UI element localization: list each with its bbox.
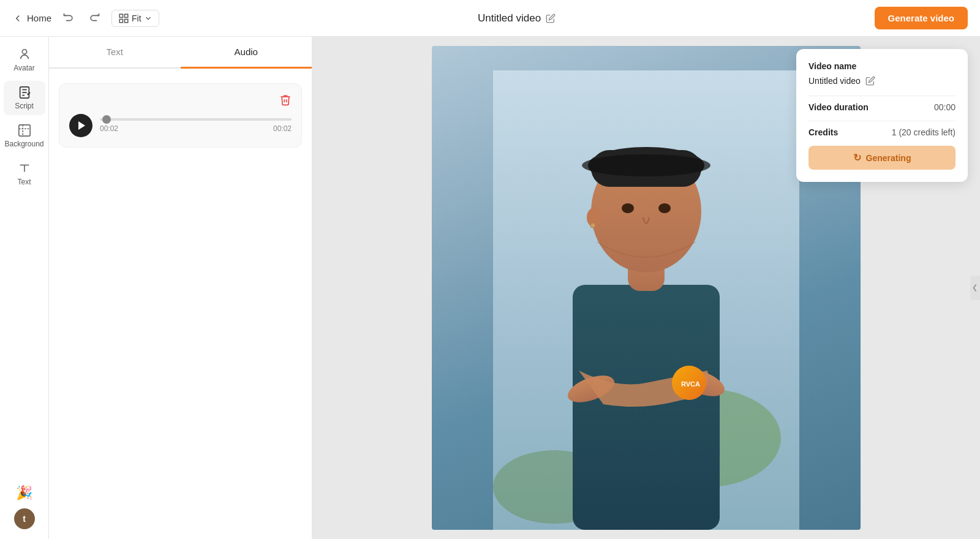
main-layout: Avatar Script Background Text 🎉 t Text bbox=[0, 37, 980, 539]
user-avatar[interactable]: t bbox=[14, 508, 35, 529]
chevron-down-icon bbox=[144, 14, 153, 23]
party-icon[interactable]: 🎉 bbox=[16, 485, 32, 501]
video-name-row: Untitled video bbox=[809, 76, 956, 86]
panel-content: 00:02 00:02 bbox=[49, 69, 312, 539]
spinner-icon: ↻ bbox=[853, 152, 861, 164]
current-time: 00:02 bbox=[100, 124, 118, 133]
text-label: Text bbox=[17, 178, 31, 186]
home-button[interactable]: Home bbox=[12, 13, 51, 24]
credits-label: Credits bbox=[809, 127, 838, 137]
sidebar: Avatar Script Background Text 🎉 t bbox=[0, 37, 49, 539]
redo-button[interactable] bbox=[86, 9, 103, 27]
tab-audio[interactable]: Audio bbox=[181, 37, 312, 69]
audio-player: 00:02 00:02 bbox=[69, 114, 292, 137]
total-time: 00:02 bbox=[273, 124, 292, 133]
video-title: Untitled video bbox=[478, 12, 541, 24]
progress-track bbox=[100, 118, 292, 121]
svg-rect-0 bbox=[119, 14, 123, 17]
collapse-tab[interactable] bbox=[970, 276, 980, 300]
svg-text:RVCA: RVCA bbox=[681, 380, 700, 388]
home-label: Home bbox=[27, 13, 51, 23]
panel: Text Audio 00:02 bbox=[49, 37, 312, 539]
video-name-label: Video name bbox=[809, 61, 956, 71]
chevron-left-icon bbox=[12, 13, 23, 24]
background-label: Background bbox=[4, 140, 43, 148]
audio-card: 00:02 00:02 bbox=[59, 83, 302, 148]
topbar-left: Home Fit bbox=[12, 9, 159, 27]
video-duration-row: Video duration 00:00 bbox=[809, 102, 956, 112]
edit-title-icon[interactable] bbox=[546, 13, 556, 23]
divider-1 bbox=[809, 96, 956, 96]
divider-2 bbox=[809, 121, 956, 121]
avatar-label: Avatar bbox=[13, 64, 34, 72]
script-label: Script bbox=[15, 102, 34, 110]
credits-row: Credits 1 (20 credits left) bbox=[809, 127, 956, 137]
person-icon bbox=[18, 48, 31, 61]
svg-point-4 bbox=[22, 50, 26, 54]
sidebar-item-avatar[interactable]: Avatar bbox=[4, 43, 45, 77]
generating-label: Generating bbox=[866, 153, 911, 163]
svg-point-25 bbox=[622, 203, 634, 213]
video-duration-label: Video duration bbox=[809, 102, 869, 112]
generating-button[interactable]: ↻ Generating bbox=[809, 146, 956, 170]
svg-rect-1 bbox=[125, 14, 128, 17]
svg-rect-2 bbox=[125, 19, 128, 22]
delete-audio-button[interactable] bbox=[279, 94, 292, 109]
credits-value: 1 (20 credits left) bbox=[892, 127, 956, 137]
script-icon bbox=[18, 86, 31, 99]
progress-thumb bbox=[102, 115, 111, 124]
svg-rect-9 bbox=[18, 125, 29, 136]
audio-card-header bbox=[69, 94, 292, 109]
person-image: RVCA bbox=[493, 70, 799, 530]
video-name-value: Untitled video bbox=[809, 76, 861, 86]
play-button[interactable] bbox=[69, 114, 92, 137]
fit-icon bbox=[118, 13, 129, 24]
sidebar-item-background[interactable]: Background bbox=[4, 119, 45, 153]
svg-rect-3 bbox=[119, 19, 123, 22]
time-row: 00:02 00:02 bbox=[100, 124, 292, 133]
svg-point-24 bbox=[582, 154, 710, 176]
video-duration-value: 00:00 bbox=[934, 102, 956, 112]
undo-button[interactable] bbox=[60, 9, 77, 27]
canvas-area: RVCA Video name Untitled video bbox=[312, 37, 980, 539]
progress-bar[interactable]: 00:02 00:02 bbox=[100, 118, 292, 133]
topbar-center: Untitled video bbox=[478, 12, 556, 24]
edit-name-icon[interactable] bbox=[865, 76, 875, 86]
panel-tabs: Text Audio bbox=[49, 37, 312, 69]
svg-point-28 bbox=[590, 223, 595, 228]
background-icon bbox=[18, 124, 31, 137]
fit-button[interactable]: Fit bbox=[111, 10, 159, 27]
generate-button[interactable]: Generate video bbox=[875, 7, 968, 29]
tab-text[interactable]: Text bbox=[49, 37, 181, 69]
info-panel: Video name Untitled video Video duration… bbox=[796, 49, 968, 182]
svg-point-26 bbox=[658, 203, 671, 213]
topbar: Home Fit Untitled video Generate video bbox=[0, 0, 980, 37]
sidebar-item-text[interactable]: Text bbox=[4, 157, 45, 191]
svg-rect-17 bbox=[573, 285, 720, 530]
fit-label: Fit bbox=[132, 13, 141, 23]
text-icon bbox=[18, 162, 31, 175]
user-initial[interactable]: t bbox=[14, 508, 35, 529]
sidebar-item-script[interactable]: Script bbox=[4, 81, 45, 115]
